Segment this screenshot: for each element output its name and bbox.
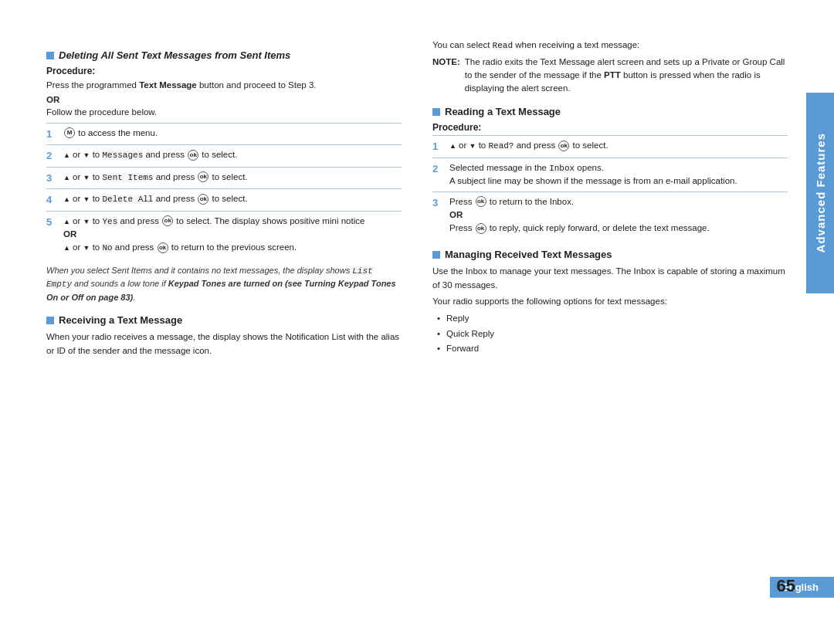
menu-icon: M (64, 127, 75, 138)
section2-body: When your radio receives a message, the … (46, 330, 402, 358)
section3-steps: 1 ▲ or ▼ to Read? and press ok to select… (432, 135, 788, 238)
section1-steps: 1 M to access the menu. 2 ▲ or ▼ to Mess… (46, 123, 402, 258)
section1-note: When you select Sent Items and it contai… (46, 264, 402, 304)
arrow-up-icon: ▲ (63, 218, 70, 225)
arrow-down-icon: ▼ (83, 174, 90, 181)
page-number: 65 (777, 576, 795, 596)
step-item: 2 Selected message in the Inbox opens. A… (432, 158, 788, 192)
left-column: Deleting All Sent Text Messages from Sen… (46, 39, 402, 361)
note-label: NOTE: (432, 56, 460, 96)
step-item: 1 M to access the menu. (46, 123, 402, 145)
ok-icon: ok (558, 141, 569, 151)
section4-body1: Use the Inbox to manage your text messag… (432, 265, 788, 292)
step-item: 5 ▲ or ▼ to Yes and press ok to select. … (46, 211, 402, 258)
right-column: You can select Read when receiving a tex… (432, 39, 788, 361)
step-item: 2 ▲ or ▼ to Messages and press ok to sel… (46, 144, 402, 167)
ok-icon: ok (188, 150, 198, 161)
step-item: 4 ▲ or ▼ to Delete All and press ok to s… (46, 188, 402, 211)
arrow-down-icon: ▼ (83, 151, 90, 159)
section2-heading: Receiving a Text Message (46, 314, 402, 326)
arrow-up-icon: ▲ (63, 174, 70, 181)
arrow-up-icon: ▲ (449, 142, 456, 150)
arrow-down-icon: ▼ (83, 218, 90, 225)
step-item: 3 ▲ or ▼ to Sent Items and press ok to s… (46, 167, 402, 189)
arrow-down-icon: ▼ (83, 195, 90, 203)
section1-follow: Follow the procedure below. (46, 106, 402, 119)
ok-icon: ok (476, 223, 486, 234)
section3-heading: Reading a Text Message (432, 106, 788, 117)
arrow-down-icon: ▼ (83, 244, 90, 252)
section3-bullet (432, 108, 440, 116)
ok-icon: ok (158, 242, 168, 253)
note-block: NOTE: The radio exits the Text Message a… (432, 56, 788, 96)
section2-bullet (46, 317, 54, 324)
step-item: 1 ▲ or ▼ to Read? and press ok to select… (432, 135, 788, 158)
ok-icon: ok (476, 196, 486, 207)
side-label-text: Advanced Features (814, 133, 827, 253)
page-container: Advanced Features English Deleting All S… (0, 0, 834, 644)
list-item: Reply (437, 311, 788, 327)
section4-bullets: Reply Quick Reply Forward (437, 311, 788, 357)
section4-heading: Managing Received Text Messages (432, 249, 788, 260)
section1-bullet (46, 52, 54, 59)
procedure-label-3: Procedure: (432, 122, 788, 133)
arrow-down-icon: ▼ (470, 142, 476, 150)
note-text: The radio exits the Text Message alert s… (465, 56, 788, 96)
ok-icon: ok (198, 171, 208, 182)
section1-intro: Press the programmed Text Message button… (46, 79, 402, 92)
section1-heading: Deleting All Sent Text Messages from Sen… (46, 49, 402, 61)
side-label: Advanced Features (806, 93, 834, 293)
right-intro: You can select Read when receiving a tex… (432, 39, 788, 53)
arrow-up-icon: ▲ (63, 151, 70, 159)
arrow-up-icon: ▲ (63, 244, 70, 252)
procedure-label-1: Procedure: (46, 66, 402, 76)
section4-bullet (432, 251, 440, 259)
section4-body2: Your radio supports the following option… (432, 295, 788, 308)
list-item: Quick Reply (437, 327, 788, 342)
ok-icon: ok (198, 194, 208, 205)
ok-icon: ok (162, 215, 173, 226)
list-item: Forward (437, 341, 788, 357)
section1-or1: OR (46, 95, 402, 104)
content-columns: Deleting All Sent Text Messages from Sen… (46, 39, 788, 361)
step-item: 3 Press ok to return to the Inbox. OR Pr… (432, 192, 788, 239)
arrow-up-icon: ▲ (63, 195, 70, 203)
